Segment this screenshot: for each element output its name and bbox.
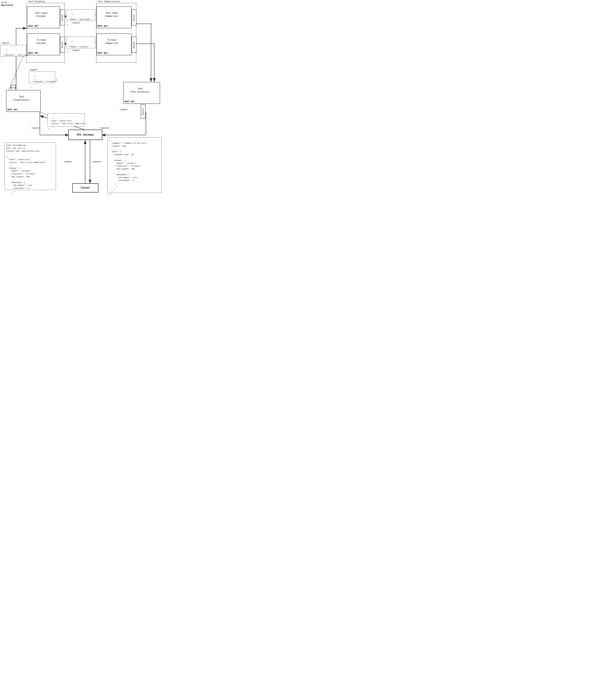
bart-summarizer-rest: REST API [98,25,108,27]
client-request-label: request [64,161,72,163]
bart-encoder-wrap: bart-base Encoder REST API [27,6,60,28]
gateway-preproc-request-label: request [31,127,40,129]
t5-encoder-wrap: t5-base Encoder REST API [27,33,60,55]
bart-summarizer-router: Router [132,9,136,25]
response-json: { "summary": "Summary of the text.", "le… [107,138,162,193]
preprocessor-router: Router [11,85,16,91]
text-encoding-label: Text Encoding [28,0,44,3]
version-label: v0.01 Deprecated [1,1,13,7]
t5-model-json: { ..., "model": "t5-base" ... } [66,36,95,48]
bart-summarizer-label: bart-base Summarizer [98,10,125,20]
bart-request-label: request [72,22,80,24]
preproc-bart-json: { ..., "tokenizer": "bart-base", ... } [0,45,26,56]
postprocessor-label: Text Post-processor [125,85,155,96]
postprocessor-wrap: Text Post-processor REST API [123,82,160,104]
t5-encoder-label: t5-base Encoder [29,37,54,47]
t5-summarizer-router: Router [132,36,136,53]
t5-summarizer-wrap: t5-base Summarizer REST API [96,33,131,55]
preproc-bart-request-label: request [1,42,9,44]
version-text: v0.01 [1,1,13,4]
client-response-label: response [92,161,101,163]
preproc-t5-json: { ..., "tokenizer": "t5-base", ... } [29,72,55,83]
request-json: POST /v1/summaries Host: api.jizt.it Con… [4,143,56,190]
bart-encoder-label: bart-base Encoder [29,10,54,20]
t5-request-label: request [72,49,80,51]
gateway-response-label: response [100,127,109,129]
deprecated-text: Deprecated [1,4,13,7]
bart-summarizer-wrap: bart-base Summarizer REST API [96,6,131,28]
t5-encoder-router: Router [60,36,65,53]
bart-model-json: { ..., "model": "base-base", ... } [66,9,95,21]
bart-encoder-router: Router [60,9,65,25]
bart-encoder-rest: REST API [28,25,38,27]
preproc-t5-request-label: request [30,69,37,71]
preprocessor-wrap: Text Preprocessor REST API [6,90,41,112]
postprocessor-rest: REST API [125,100,135,103]
preprocessor-label: Text Preprocessor [8,93,35,104]
text-summarization-label: Text Summarization [98,0,120,3]
gateway-request-json: { "type": "plain-text", "source": "Text … [47,114,85,126]
api-gateway: API Gateway [68,129,102,140]
svg-line-11 [6,51,25,96]
diagram: v0.01 Deprecated [0,0,170,196]
t5-summarizer-rest: REST API [98,52,108,54]
t5-summarizer-label: t5-base Summarizer [98,37,125,47]
preprocessor-rest: REST API [7,108,17,111]
postprocessor-router: Router [141,104,146,119]
postproc-response-label: request [120,108,128,111]
client: Client [72,183,98,193]
